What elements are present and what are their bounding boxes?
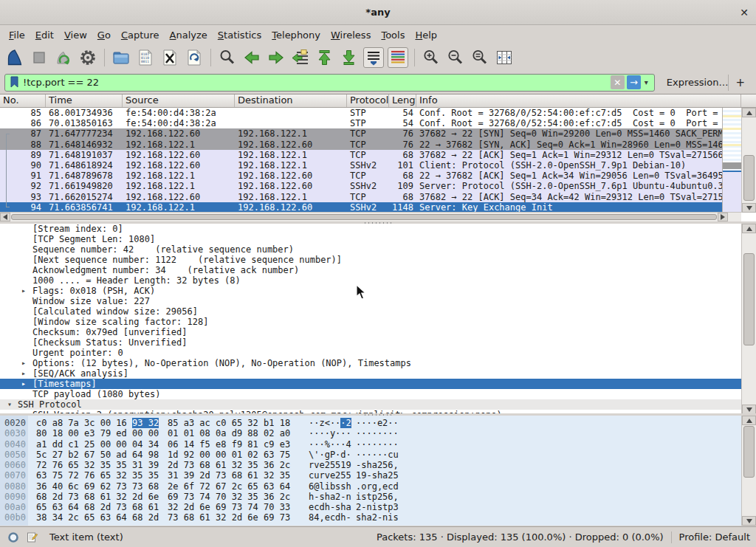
hex-row-0080[interactable]: 008036 40 6c 69 62 73 73 682e 6f 72 67 2… (0, 481, 743, 492)
column-header-no[interactable]: No. (0, 94, 46, 107)
menu-item-analyze[interactable]: Analyze (165, 27, 213, 43)
packet-row-86[interactable]: 8670.013850163fe:54:00:d4:38:2aSTP54Conf… (0, 118, 741, 128)
detail-line[interactable]: TCP payload (1080 bytes) (0, 389, 743, 399)
close-file-button[interactable] (159, 47, 180, 68)
detail-line[interactable]: [Stream index: 0] (0, 224, 743, 234)
packet-row-87[interactable]: 8771.647777234192.168.122.60192.168.122.… (0, 128, 741, 139)
hex-row-00a0[interactable]: 00a065 63 64 68 2d 73 68 6132 2d 6e 69 7… (0, 502, 743, 512)
close-button[interactable]: ✕ (740, 0, 749, 25)
bytes-vscrollbar[interactable] (741, 416, 756, 526)
detail-line[interactable]: [Checksum Status: Unverified] (0, 337, 743, 348)
expand-arrow-icon[interactable]: ▸ (21, 358, 30, 368)
go-first-button[interactable] (315, 47, 335, 68)
packet-list-vscrollbar[interactable] (741, 108, 756, 213)
scrollbar-thumb[interactable] (743, 426, 755, 478)
detail-line[interactable]: [Window size scaling factor: 128] (0, 317, 743, 327)
hex-row-0030[interactable]: 003080 18 00 e3 79 ed 00 0001 01 08 0a d… (0, 428, 743, 438)
packet-row-85[interactable]: 8568.001734936fe:54:00:d4:38:2aSTP54Conf… (0, 108, 741, 118)
scroll-up-button[interactable] (742, 224, 756, 233)
status-profile[interactable]: Profile: Default (679, 531, 750, 543)
expert-info-icon[interactable] (7, 531, 19, 543)
column-header-length[interactable]: Length (389, 94, 416, 107)
display-filter-input[interactable]: !tcp.port == 22 (23, 77, 611, 88)
scroll-up-button[interactable] (742, 108, 756, 117)
scroll-down-button[interactable] (742, 516, 756, 526)
expand-arrow-icon[interactable]: ▸ (21, 368, 30, 379)
expand-arrow-icon[interactable]: ▸ (21, 286, 30, 296)
hex-row-0020[interactable]: 0020c0 a8 7a 3c 00 16 93 3285 a3 ac c0 6… (0, 418, 743, 428)
filter-bookmark-icon[interactable] (10, 76, 19, 89)
packet-row-91[interactable]: 9171.648789678192.168.122.1192.168.122.6… (0, 171, 741, 181)
scroll-left-button[interactable] (0, 213, 10, 221)
column-header-protocol[interactable]: Protocol (347, 94, 389, 107)
expand-arrow-icon[interactable]: ▸ (21, 379, 30, 389)
menu-item-capture[interactable]: Capture (116, 27, 165, 43)
zoom-out-button[interactable] (445, 47, 466, 68)
capture-comment-icon[interactable] (27, 531, 38, 543)
hex-row-00b0[interactable]: 00b038 34 2c 65 63 64 68 2d73 68 61 32 2… (0, 512, 743, 523)
detail-line[interactable]: [TCP Segment Len: 1080] (0, 234, 743, 244)
colorize-button[interactable] (388, 47, 408, 68)
stop-capture-button[interactable] (29, 47, 49, 68)
zoom-in-button[interactable] (421, 47, 441, 68)
restart-capture-button[interactable] (53, 47, 74, 68)
scrollbar-thumb[interactable] (11, 214, 717, 220)
collapse-arrow-icon[interactable]: ▾ (7, 399, 16, 410)
go-last-button[interactable] (339, 47, 360, 68)
column-header-info[interactable]: Info (416, 94, 741, 107)
expression-button[interactable]: Expression… (667, 77, 729, 88)
filter-add-button[interactable]: + (728, 75, 752, 91)
column-header-destination[interactable]: Destination (235, 94, 347, 107)
menu-item-tools[interactable]: Tools (376, 27, 410, 43)
find-packet-button[interactable] (217, 47, 238, 68)
packet-list-hscrollbar[interactable] (0, 212, 741, 221)
menu-item-telephony[interactable]: Telephony (267, 27, 326, 43)
scroll-up-button[interactable] (742, 416, 756, 425)
menu-item-statistics[interactable]: Statistics (213, 27, 267, 43)
detail-line[interactable]: Acknowledgment number: 34 (relative ack … (0, 265, 743, 275)
column-header-time[interactable]: Time (46, 94, 123, 107)
detail-line[interactable]: ▸Options: (12 bytes), No-Operation (NOP)… (0, 358, 743, 368)
column-header-source[interactable]: Source (123, 94, 235, 107)
title-bar[interactable]: *any ✕ (0, 0, 756, 25)
menu-item-view[interactable]: View (59, 27, 92, 43)
menu-item-edit[interactable]: Edit (30, 27, 59, 43)
detail-line[interactable]: ▾SSH Protocol (0, 399, 743, 410)
packet-row-94[interactable]: 9471.663856741192.168.122.1192.168.122.6… (0, 202, 741, 213)
open-file-button[interactable] (111, 47, 131, 68)
auto-scroll-button[interactable] (363, 47, 384, 68)
hex-row-0090[interactable]: 009068 2d 73 68 61 32 2d 6e69 73 74 70 3… (0, 492, 743, 502)
go-to-packet-button[interactable] (290, 47, 311, 68)
scroll-right-button[interactable] (718, 213, 728, 221)
detail-line[interactable]: ▸Flags: 0x018 (PSH, ACK) (0, 286, 743, 296)
menu-item-help[interactable]: Help (410, 27, 442, 43)
packet-row-89[interactable]: 8971.648191037192.168.122.60192.168.122.… (0, 150, 741, 160)
save-file-button[interactable]: 010101100011 (135, 47, 156, 68)
detail-line[interactable]: Sequence number: 42 (relative sequence n… (0, 244, 743, 255)
hex-row-0050[interactable]: 00505c 27 b2 67 50 ad 64 981d 92 00 00 0… (0, 450, 743, 460)
hex-row-0070[interactable]: 007063 75 72 76 65 32 35 3531 39 2d 73 6… (0, 470, 743, 481)
detail-line[interactable]: Urgent pointer: 0 (0, 348, 743, 358)
detail-line[interactable]: 1000 .... = Header Length: 32 bytes (8) (0, 275, 743, 286)
detail-line[interactable]: ▸[Timestamps] (0, 379, 743, 389)
filter-apply-button[interactable]: → (627, 75, 641, 89)
filter-clear-button[interactable]: ✕ (611, 75, 625, 89)
reload-file-button[interactable] (184, 47, 205, 68)
resize-columns-button[interactable] (494, 47, 515, 68)
menu-item-file[interactable]: File (4, 27, 30, 43)
capture-options-button[interactable] (78, 47, 98, 68)
go-back-button[interactable] (241, 47, 262, 68)
menu-item-go[interactable]: Go (92, 27, 116, 43)
packet-list-minimap[interactable] (722, 108, 741, 213)
detail-line[interactable]: Checksum: 0x79ed [unverified] (0, 327, 743, 337)
packet-row-92[interactable]: 9271.661949820192.168.122.1192.168.122.6… (0, 181, 741, 191)
filter-dropdown-button[interactable]: ▾ (641, 78, 652, 86)
detail-line[interactable]: [Calculated window size: 29056] (0, 306, 743, 317)
hex-row-0060[interactable]: 006072 76 65 32 35 35 31 392d 73 68 61 3… (0, 460, 743, 470)
menu-item-wireless[interactable]: Wireless (326, 27, 376, 43)
scroll-down-button[interactable] (742, 203, 756, 213)
scrollbar-thumb[interactable] (743, 253, 755, 345)
hex-row-0040[interactable]: 0040a1 dd c1 25 00 00 04 3406 14 f5 e8 f… (0, 439, 743, 450)
packet-row-90[interactable]: 9071.648618924192.168.122.60192.168.122.… (0, 160, 741, 171)
detail-line[interactable]: [Next sequence number: 1122 (relative se… (0, 255, 743, 265)
